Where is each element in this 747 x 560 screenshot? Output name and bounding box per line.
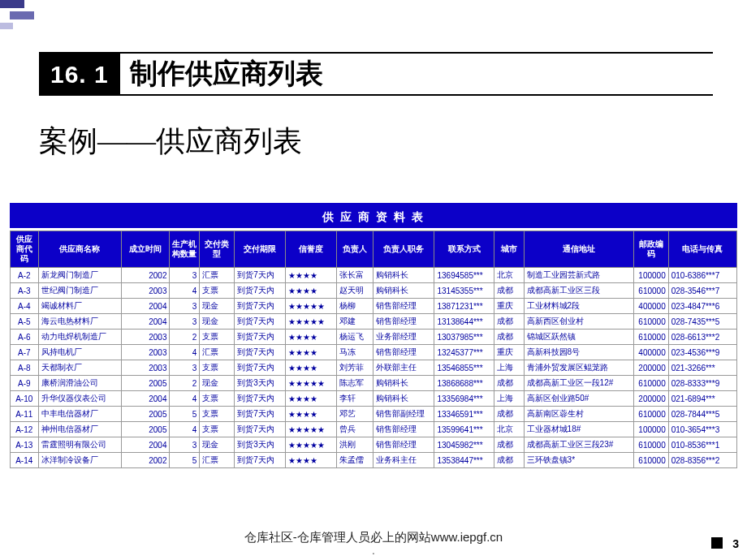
table-cell: 13045982*** [434, 437, 494, 453]
table-cell: 4 [170, 345, 200, 360]
table-cell: 刘芳菲 [336, 360, 373, 376]
table-cell: 13871231*** [434, 299, 494, 314]
table-cell: 支票 [200, 391, 235, 407]
th-zip: 邮政编码 [633, 231, 668, 268]
table-cell: ★★★★★ [285, 299, 336, 314]
table-cell: 汇票 [200, 268, 235, 283]
table-cell: 汇票 [200, 345, 235, 360]
table-cell: 到货7天内 [235, 360, 286, 376]
table-cell: 2003 [122, 360, 170, 376]
table-cell: 010-3654***3 [668, 422, 736, 437]
table-cell: 13868688*** [434, 376, 494, 391]
table-cell: 200000 [633, 391, 668, 407]
table-cell: 成都 [494, 283, 524, 299]
table-cell: 13538447*** [434, 453, 494, 468]
table-cell: 3 [170, 437, 200, 453]
table-cell: 上海 [494, 391, 524, 407]
table-cell: 3 [170, 314, 200, 330]
table-cell: ★★★★ [285, 360, 336, 376]
table-cell: 成都 [494, 376, 524, 391]
table-row: A-2新龙阀门制造厂20023汇票到货7天内★★★★张长富购销科长1369458… [11, 268, 737, 283]
table-cell: 610000 [633, 437, 668, 453]
table-cell: 到货7天内 [235, 453, 286, 468]
table-cell: 销售部经理 [373, 437, 434, 453]
table-cell: ★★★★★ [285, 437, 336, 453]
table-cell: 朱孟儒 [336, 453, 373, 468]
table-cell: A-4 [11, 299, 39, 314]
table-cell: 陈志军 [336, 376, 373, 391]
th-est: 成立时间 [122, 231, 170, 268]
table-cell: ★★★★★ [285, 376, 336, 391]
table-cell: 13037985*** [434, 330, 494, 345]
th-addr: 通信地址 [524, 231, 633, 268]
table-cell: A-14 [11, 453, 39, 468]
table-cell: 400000 [633, 345, 668, 360]
table-cell: 2002 [122, 268, 170, 283]
table-cell: A-10 [11, 391, 39, 407]
page-number: 3 [732, 537, 739, 550]
table-cell: 010-6386***7 [668, 268, 736, 283]
table-cell: 支票 [200, 407, 235, 422]
th-tel: 联系方式 [434, 231, 494, 268]
table-cell: 010-8536***1 [668, 437, 736, 453]
table-cell: 成都高新工业区三段23# [524, 437, 633, 453]
table-cell: 高新西区创业村 [524, 314, 633, 330]
table-cell: 400000 [633, 299, 668, 314]
table-cell: 高新南区蓉生村 [524, 407, 633, 422]
table-cell: 北京 [494, 268, 524, 283]
table-cell: 工业器材城18# [524, 422, 633, 437]
table-cell: 3 [170, 299, 200, 314]
table-cell: 021-3266*** [668, 360, 736, 376]
decorative-squares [0, 0, 34, 39]
table-cell: 到货7天内 [235, 268, 286, 283]
table-cell: 021-6894*** [668, 391, 736, 407]
table-cell: 业务部经理 [373, 330, 434, 345]
table-cell: 到货7天内 [235, 330, 286, 345]
table-cell: 到货7天内 [235, 345, 286, 360]
table-cell: 4 [170, 283, 200, 299]
table-cell: 13694585*** [434, 268, 494, 283]
table-cell: 现金 [200, 376, 235, 391]
table-cell: ★★★★ [285, 391, 336, 407]
table-cell: 销售部经理 [373, 299, 434, 314]
th-per: 负责人 [336, 231, 373, 268]
table-cell: 邓建 [336, 314, 373, 330]
table-cell: 2003 [122, 330, 170, 345]
table-cell: 13599641*** [434, 422, 494, 437]
table-cell: ★★★★ [285, 283, 336, 299]
th-rep: 信誉度 [285, 231, 336, 268]
table-cell: 2002 [122, 453, 170, 468]
table-cell: 成都 [494, 330, 524, 345]
table-cell: 支票 [200, 422, 235, 437]
table-cell: 竭诚材料厂 [38, 299, 122, 314]
table-cell: A-13 [11, 437, 39, 453]
table-cell: ★★★★ [285, 345, 336, 360]
table-cell: 购销科长 [373, 268, 434, 283]
table-cell: 成都 [494, 453, 524, 468]
th-pay: 交付类型 [200, 231, 235, 268]
table-cell: 023-4536***9 [668, 345, 736, 360]
table-cell: 风持电机厂 [38, 345, 122, 360]
table-header-row: 供应商代码 供应商名称 成立时间 生产机构数量 交付类型 交付期限 信誉度 负责… [11, 231, 737, 268]
table-cell: 2004 [122, 299, 170, 314]
table-cell: 2004 [122, 314, 170, 330]
table-cell: 610000 [633, 283, 668, 299]
table-cell: 冰洋制冷设备厂 [38, 453, 122, 468]
table-cell: A-9 [11, 376, 39, 391]
table-cell: A-6 [11, 330, 39, 345]
table-cell: 成都 [494, 407, 524, 422]
table-cell: 上海 [494, 360, 524, 376]
table-cell: 610000 [633, 453, 668, 468]
table-cell: 支票 [200, 330, 235, 345]
th-qty: 生产机构数量 [170, 231, 200, 268]
slide-subtitle: 案例——供应商列表 [39, 122, 302, 162]
table-cell: A-5 [11, 314, 39, 330]
table-cell: 高新区创业路50# [524, 391, 633, 407]
table-cell: 到货7天内 [235, 391, 286, 407]
th-city: 城市 [494, 231, 524, 268]
table-cell: 028-8356***2 [668, 453, 736, 468]
table-cell: 3 [170, 360, 200, 376]
table-cell: 成都高新工业区三段 [524, 283, 633, 299]
table-cell: 2003 [122, 283, 170, 299]
table-cell: 2003 [122, 345, 170, 360]
